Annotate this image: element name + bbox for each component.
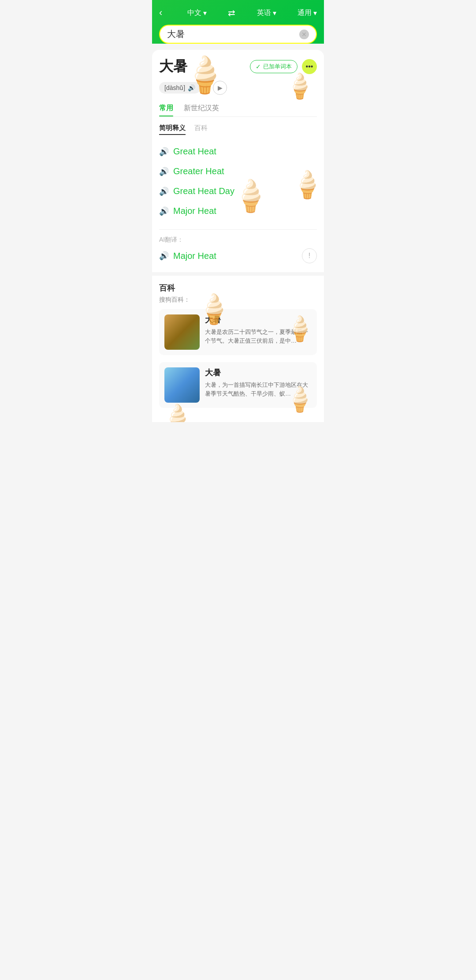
settings-arrow-icon: ▾ bbox=[313, 9, 317, 17]
tab-common[interactable]: 常用 bbox=[159, 101, 173, 116]
baike-card-content-2: 大暑 大暑，为一首描写南长江中下游地区在大暑季节天气酷热、干旱少雨、蚁… bbox=[205, 367, 312, 403]
baike-card-title-1: 大暑 bbox=[205, 314, 312, 325]
settings-label: 通用 bbox=[298, 8, 312, 18]
translation-item-4[interactable]: 🔊 Major Heat bbox=[159, 202, 317, 221]
translation-text-1: Great Heat bbox=[173, 146, 216, 157]
baike-card-content-1: 大暑 大暑是农历二十四节气之一，夏季最后一个节气。大暑正值三伏前后，是中… bbox=[205, 314, 312, 350]
lang-switch-button[interactable]: ⇄ bbox=[228, 7, 235, 18]
translation-item-1[interactable]: 🔊 Great Heat bbox=[159, 142, 317, 161]
translation-text-4: Major Heat bbox=[173, 206, 216, 216]
baike-source: 搜狗百科： bbox=[159, 296, 317, 304]
ai-sound-button[interactable]: 🔊 bbox=[159, 251, 169, 261]
baike-card-desc-1: 大暑是农历二十四节气之一，夏季最后一个节气。大暑正值三伏前后，是中… bbox=[205, 328, 312, 345]
tab-new-century-label: 新世纪汉英 bbox=[184, 104, 219, 112]
subtab-brief-label: 简明释义 bbox=[159, 124, 186, 131]
word-title: 大暑 bbox=[159, 57, 187, 76]
baike-img-1 bbox=[164, 314, 200, 350]
baike-card-desc-2: 大暑，为一首描写南长江中下游地区在大暑季节天气酷热、干旱少雨、蚁… bbox=[205, 381, 312, 398]
source-lang-arrow-icon: ▾ bbox=[203, 9, 207, 17]
baike-img-sky-2 bbox=[164, 367, 200, 403]
target-lang-selector[interactable]: 英语 ▾ bbox=[257, 8, 276, 18]
sound-button-3[interactable]: 🔊 bbox=[159, 187, 169, 196]
nav-row: ‹ 中文 ▾ ⇄ 英语 ▾ 通用 ▾ bbox=[159, 5, 317, 25]
subtab-baike-label: 百科 bbox=[194, 124, 208, 131]
baike-card-2[interactable]: 大暑 大暑，为一首描写南长江中下游地区在大暑季节天气酷热、干旱少雨、蚁… bbox=[159, 362, 317, 408]
sub-tab-bar: 简明释义 百科 bbox=[159, 124, 317, 135]
translation-text-3: Great Heat Day bbox=[173, 186, 234, 196]
translation-item-3[interactable]: 🔊 Great Heat Day bbox=[159, 182, 317, 201]
app-header: ‹ 中文 ▾ ⇄ 英语 ▾ 通用 ▾ ✕ bbox=[152, 0, 324, 44]
sound-button-1[interactable]: 🔊 bbox=[159, 147, 169, 157]
check-icon: ✓ bbox=[256, 63, 261, 70]
ai-label: AI翻译： bbox=[159, 236, 317, 244]
baike-section: 百科 搜狗百科： 大暑 大暑是农历二十四节气之一，夏季最后一个节气。大暑正值三伏… bbox=[152, 272, 324, 408]
phonetic-row: [dàshǔ] 🔊 | ▶ bbox=[159, 81, 317, 95]
ai-translation-row: 🔊 Major Heat ! bbox=[159, 248, 317, 263]
translation-item-2[interactable]: 🔊 Greater Heat bbox=[159, 162, 317, 181]
phonetic-string: [dàshǔ] bbox=[164, 84, 185, 91]
search-clear-button[interactable]: ✕ bbox=[299, 30, 309, 39]
wordbook-label: 已加单词本 bbox=[263, 63, 292, 71]
search-bar: ✕ bbox=[159, 25, 317, 44]
baike-card-title-2: 大暑 bbox=[205, 367, 312, 378]
ai-feedback-button[interactable]: ! bbox=[302, 248, 317, 263]
main-content: 🍦 🍦 🍦 🍦 🍦 🍦 🍦 🍦 🍦 大暑 ✓ 已加单词本 ••• [dàshǔ]… bbox=[152, 50, 324, 422]
word-actions: ✓ 已加单词本 ••• bbox=[250, 59, 317, 74]
phonetic-divider: | bbox=[206, 84, 208, 92]
source-lang-selector[interactable]: 中文 ▾ bbox=[187, 8, 207, 18]
feedback-icon: ! bbox=[309, 252, 310, 260]
settings-selector[interactable]: 通用 ▾ bbox=[298, 8, 317, 18]
subtab-baike[interactable]: 百科 bbox=[194, 124, 208, 135]
phonetic-display: [dàshǔ] 🔊 bbox=[159, 82, 201, 94]
baike-img-field-1 bbox=[164, 314, 200, 350]
more-options-button[interactable]: ••• bbox=[302, 59, 317, 74]
source-lang-label: 中文 bbox=[187, 8, 201, 18]
ai-translation-text: Major Heat bbox=[173, 251, 216, 261]
search-input[interactable] bbox=[167, 29, 299, 39]
tab-common-label: 常用 bbox=[159, 104, 173, 112]
baike-title: 百科 bbox=[159, 283, 317, 293]
add-to-wordbook-button[interactable]: ✓ 已加单词本 bbox=[250, 60, 298, 73]
target-lang-label: 英语 bbox=[257, 8, 271, 18]
sound-button-2[interactable]: 🔊 bbox=[159, 167, 169, 176]
tab-bar: 常用 新世纪汉英 bbox=[159, 101, 317, 117]
more-icon: ••• bbox=[306, 63, 313, 71]
word-header: 大暑 ✓ 已加单词本 ••• bbox=[159, 57, 317, 76]
translation-list: 🔊 Great Heat 🔊 Greater Heat 🔊 Great Heat… bbox=[159, 142, 317, 221]
tab-new-century[interactable]: 新世纪汉英 bbox=[184, 101, 219, 116]
back-button[interactable]: ‹ bbox=[159, 5, 166, 20]
subtab-brief[interactable]: 简明释义 bbox=[159, 124, 186, 135]
ai-translation-section: AI翻译： 🔊 Major Heat ! bbox=[159, 229, 317, 263]
baike-img-2 bbox=[164, 367, 200, 403]
clear-icon: ✕ bbox=[301, 31, 307, 38]
phonetic-sound-icon[interactable]: 🔊 bbox=[188, 84, 195, 91]
play-icon: ▶ bbox=[218, 84, 223, 91]
play-button[interactable]: ▶ bbox=[213, 81, 227, 95]
sound-button-4[interactable]: 🔊 bbox=[159, 206, 169, 216]
ai-translation-item[interactable]: 🔊 Major Heat bbox=[159, 251, 216, 261]
translation-text-2: Greater Heat bbox=[173, 166, 224, 176]
target-lang-arrow-icon: ▾ bbox=[273, 9, 276, 17]
baike-card-1[interactable]: 大暑 大暑是农历二十四节气之一，夏季最后一个节气。大暑正值三伏前后，是中… bbox=[159, 309, 317, 355]
